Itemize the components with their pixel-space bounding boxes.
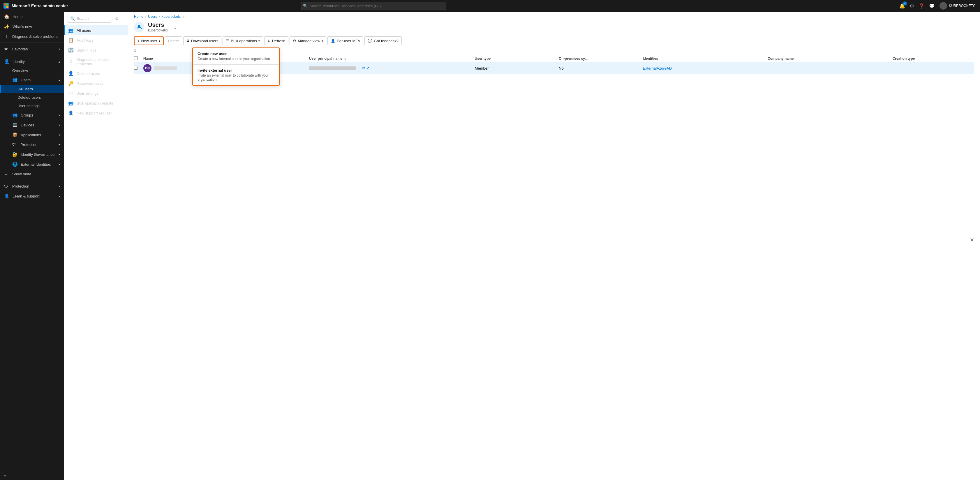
menu-label-deleted-users: Deleted users: [76, 72, 124, 76]
sidebar-section-devices[interactable]: 💻 Devices ▾: [0, 120, 64, 130]
sidebar-section-identity[interactable]: 👤 Identity ▴: [0, 57, 64, 67]
menu-label-sign-in: Sign-in logs: [76, 48, 124, 52]
learn-support-icon: 👤: [4, 193, 10, 199]
delete-button[interactable]: Delete: [165, 37, 182, 45]
per-user-mfa-button[interactable]: 👤 Per-user MFA: [328, 37, 363, 45]
manage-view-button[interactable]: ⚙ Manage view ▾: [290, 37, 326, 45]
close-button[interactable]: ✕: [970, 237, 974, 243]
menu-item-all-users[interactable]: 👥 All users: [64, 25, 128, 35]
chevron-down-icon-protection: ▾: [59, 143, 60, 146]
download-button[interactable]: ⬇ Download users: [183, 37, 221, 45]
page-title-block: Users kuberocketci: [148, 22, 167, 32]
row-checkbox[interactable]: [134, 66, 138, 70]
sidebar-item-overview[interactable]: Overview: [0, 67, 64, 75]
create-new-user-option[interactable]: Create new user Create a new internal us…: [193, 48, 279, 64]
sidebar-item-show-more[interactable]: ··· Show more: [0, 169, 64, 179]
brand: Microsoft Entra admin center: [3, 3, 68, 9]
diagnose-icon: ⚕: [4, 34, 10, 39]
secondary-collapse-button[interactable]: «: [114, 14, 120, 22]
copy-icon[interactable]: ⧉: [363, 66, 365, 70]
open-icon[interactable]: ↗: [366, 66, 369, 70]
page-more-button[interactable]: ...: [172, 24, 176, 30]
menu-item-diagnose-problems[interactable]: ⚙ Diagnose and solve problems: [64, 55, 128, 68]
chevron-down-icon-apps: ▾: [59, 134, 60, 137]
sidebar-item-diagnose[interactable]: ⚕ Diagnose & solve problems: [0, 32, 64, 41]
upn-actions: ⧉ ↗: [363, 66, 369, 70]
sidebar-item-whats-new[interactable]: ✨ What's new: [0, 22, 64, 32]
upn-value: [309, 67, 356, 70]
name-blur: [154, 67, 177, 70]
sidebar-section-groups[interactable]: 👥 Groups ▾: [0, 110, 64, 120]
sidebar-section-applications[interactable]: 📦 Applications ▾: [0, 130, 64, 140]
secondary-nav: 🔍 Search « 👥 All users 📋 Audit logs 🔄 Si…: [64, 12, 128, 480]
sidebar-section-learn-support[interactable]: 👤 Learn & support ▴: [0, 191, 64, 201]
sidebar-section-external-id[interactable]: 🌐 External Identities ▾: [0, 159, 64, 169]
devices-icon: 💻: [12, 122, 18, 127]
users-icon: 👥: [12, 77, 18, 83]
settings-button[interactable]: ⚙: [910, 3, 914, 9]
col-identity-header[interactable]: Identities: [643, 57, 765, 60]
sidebar-item-deleted-users[interactable]: Deleted users: [0, 93, 64, 102]
col-company-header[interactable]: Company name: [768, 57, 890, 60]
secondary-search[interactable]: 🔍 Search: [68, 14, 111, 23]
refresh-button[interactable]: ↻ Refresh: [264, 37, 289, 45]
sidebar-label-deleted-users: Deleted users: [18, 95, 41, 100]
top-search-input[interactable]: [301, 2, 446, 10]
sidebar-collapse-button[interactable]: «: [0, 471, 64, 480]
applications-icon: 📦: [12, 132, 18, 137]
refresh-icon: ↻: [267, 39, 270, 43]
menu-item-new-support[interactable]: 👤 New support request: [64, 108, 128, 118]
sidebar-label-external-id: External Identities: [21, 162, 51, 167]
protection2-icon: 🛡: [4, 184, 10, 189]
feedback-label: Got feedback?: [374, 39, 399, 43]
new-user-label: New user: [141, 39, 158, 43]
menu-item-user-settings[interactable]: ⚙ User settings: [64, 88, 128, 98]
select-all-checkbox[interactable]: [134, 56, 138, 60]
sidebar-section-users[interactable]: 👥 Users ▴: [0, 75, 64, 85]
sidebar-label-favorites: Favorites: [12, 47, 28, 51]
sidebar-label-groups: Groups: [21, 113, 33, 118]
sidebar-section-favorites[interactable]: ★ Favorites ▾: [0, 44, 64, 54]
sidebar-label-whats-new: What's new: [13, 24, 60, 29]
show-more-icon: ···: [4, 172, 10, 176]
identity-gov-icon: 🔐: [12, 152, 18, 157]
feedback-button[interactable]: 💬: [929, 3, 935, 9]
breadcrumb-users[interactable]: Users: [148, 14, 157, 19]
breadcrumb-sep-1: ›: [145, 14, 146, 19]
deleted-users-icon: 👤: [68, 71, 74, 76]
menu-item-audit-logs[interactable]: 📋 Audit logs: [64, 35, 128, 45]
help-button[interactable]: ❓: [918, 3, 924, 9]
feedback-button-toolbar[interactable]: 💬 Got feedback?: [364, 37, 402, 45]
sidebar-section-identity-gov[interactable]: 🔐 Identity Governance ▾: [0, 149, 64, 159]
invite-external-user-option[interactable]: Invite external user Invite an external …: [193, 65, 279, 85]
avatar: [940, 2, 947, 10]
sidebar-item-all-users[interactable]: All users: [0, 85, 64, 93]
sidebar-item-home[interactable]: 🏠 Home: [0, 12, 64, 22]
identity-link[interactable]: ExternalAzureAD: [643, 66, 672, 70]
invite-external-title: Invite external user: [197, 68, 274, 73]
menu-item-sign-in-logs[interactable]: 🔄 Sign-in logs: [64, 45, 128, 55]
col-usertype-header[interactable]: User type: [475, 57, 557, 60]
user-profile-chip[interactable]: KUBEROCKETCI: [940, 2, 977, 10]
sidebar-label-users: Users: [21, 78, 30, 82]
menu-item-password-reset[interactable]: 🔑 Password reset: [64, 78, 128, 88]
menu-item-deleted-users[interactable]: 👤 Deleted users: [64, 68, 128, 78]
bulk-operations-button[interactable]: ☰ Bulk operations ▾: [223, 37, 263, 45]
breadcrumb-home[interactable]: Home: [134, 14, 143, 19]
col-creation-header[interactable]: Creation type: [892, 57, 974, 60]
menu-item-bulk-op-results[interactable]: 👥 Bulk operation results: [64, 98, 128, 108]
notifications-button[interactable]: 🔔 4: [899, 3, 905, 9]
whats-new-icon: ✨: [4, 24, 10, 29]
col-onprem-header[interactable]: On-premises sy...: [559, 57, 640, 60]
svg-point-4: [138, 25, 140, 27]
new-user-button[interactable]: + New user ▾: [134, 37, 164, 45]
new-support-icon: 👤: [68, 110, 74, 116]
sidebar-item-user-settings[interactable]: User settings: [0, 102, 64, 110]
sidebar-section-protection[interactable]: 🛡 Protection ▾: [0, 140, 64, 149]
breadcrumb-kuberocketci[interactable]: kuberocketci: [162, 14, 181, 19]
svg-rect-3: [6, 6, 8, 8]
col-upn-header[interactable]: User principal name ↑↓: [309, 57, 473, 60]
sort-icon: ↑↓: [344, 57, 346, 60]
sidebar-section-protection2[interactable]: 🛡 Protection ▾: [0, 181, 64, 191]
page-subtitle: kuberocketci: [148, 28, 167, 32]
